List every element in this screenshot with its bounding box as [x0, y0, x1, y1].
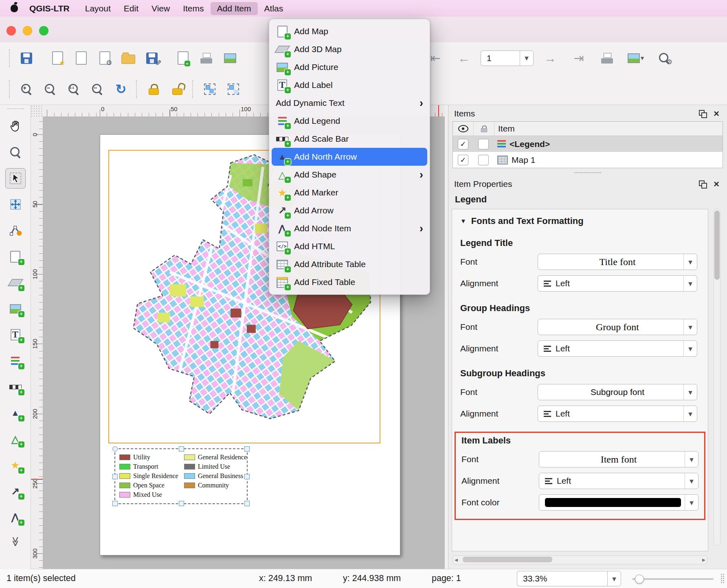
chevron-down-icon[interactable]	[520, 50, 534, 66]
zoom-slider-thumb[interactable]	[635, 575, 644, 584]
menu-item[interactable]: Add 3D Map	[269, 40, 430, 58]
add-scale-bar-tool[interactable]	[5, 377, 26, 397]
chevron-down-icon[interactable]	[683, 384, 697, 400]
group-items-button[interactable]	[198, 77, 222, 101]
chevron-down-icon[interactable]	[683, 406, 697, 421]
layout-manager-button[interactable]	[93, 46, 116, 70]
item-font-dropdown[interactable]: Item font	[539, 451, 698, 467]
atlas-page-combo[interactable]: 1	[481, 50, 534, 66]
minimize-window-button[interactable]	[23, 26, 32, 35]
chevron-down-icon[interactable]	[683, 276, 697, 291]
collapse-triangle-icon[interactable]	[460, 217, 466, 225]
item-alignment-dropdown[interactable]: Left	[539, 473, 698, 489]
add-3d-map-tool[interactable]	[5, 272, 26, 293]
ungroup-items-button[interactable]	[222, 77, 245, 101]
menubar-item[interactable]: Items	[176, 2, 210, 15]
menu-item[interactable]: Add Map	[269, 22, 430, 40]
toolbar-grip[interactable]	[136, 80, 138, 98]
pan-tool[interactable]	[5, 116, 26, 136]
group-alignment-dropdown[interactable]: Left	[538, 340, 697, 357]
menu-item[interactable]: Add Dynamic Text	[269, 94, 430, 112]
selection-handle[interactable]	[112, 474, 118, 479]
chevron-down-icon[interactable]	[685, 452, 698, 467]
chevron-down-icon[interactable]	[607, 571, 621, 586]
atlas-prev-button[interactable]	[452, 46, 476, 70]
selection-handle[interactable]	[244, 474, 250, 479]
selection-handle[interactable]	[244, 446, 250, 452]
lock-items-button[interactable]	[142, 77, 165, 101]
lock-checkbox[interactable]	[478, 155, 489, 165]
select-move-item-tool[interactable]	[5, 168, 26, 189]
print-layout-button[interactable]	[195, 46, 218, 70]
selection-handle[interactable]	[112, 501, 118, 506]
group-font-dropdown[interactable]: Group font	[538, 319, 697, 335]
add-picture-tool[interactable]	[5, 298, 26, 319]
add-legend-tool[interactable]	[5, 351, 26, 371]
zoom-actual-button[interactable]: 1:1	[62, 77, 86, 101]
menubar-item[interactable]: Edit	[117, 2, 145, 15]
toolbar-grip[interactable]	[9, 49, 11, 67]
open-template-button[interactable]	[116, 46, 140, 70]
duplicate-layout-button[interactable]	[69, 46, 93, 70]
font-color-dropdown[interactable]	[539, 494, 698, 511]
legend-item[interactable]: Utility Transport Single Residence Open …	[114, 448, 248, 504]
zoom-slider[interactable]	[632, 578, 714, 580]
toolbar-grip[interactable]	[7, 108, 24, 111]
menu-item[interactable]: Add HTML	[269, 237, 430, 255]
panel-splitter[interactable]	[574, 172, 601, 175]
subgroup-alignment-dropdown[interactable]: Left	[538, 406, 697, 422]
selection-handle[interactable]	[179, 501, 184, 506]
menu-item[interactable]: Add Legend	[269, 112, 430, 130]
vertical-scrollbar[interactable]	[714, 208, 720, 546]
zoom-full-button[interactable]: ▭	[86, 77, 109, 101]
new-layout-button[interactable]	[46, 46, 69, 70]
menu-item[interactable]: Add Attribute Table	[269, 255, 430, 273]
zoom-level-value[interactable]: 33.3%	[517, 571, 607, 586]
selection-handle[interactable]	[179, 446, 184, 452]
close-window-button[interactable]	[7, 26, 16, 35]
horizontal-scrollbar[interactable]	[452, 555, 707, 564]
scrollbar-thumb[interactable]	[463, 557, 552, 562]
menu-item[interactable]: Add Fixed Table	[269, 273, 430, 291]
title-font-dropdown[interactable]: Title font	[538, 254, 697, 270]
chevron-down-icon[interactable]	[683, 254, 697, 270]
add-map-tool[interactable]	[5, 246, 26, 267]
add-marker-tool[interactable]	[5, 455, 26, 475]
menu-item[interactable]: Add Picture	[269, 58, 430, 76]
refresh-button[interactable]	[109, 77, 133, 101]
add-node-item-tool[interactable]	[5, 507, 26, 527]
atlas-next-button[interactable]	[538, 46, 562, 70]
print-atlas-button[interactable]	[595, 46, 619, 70]
menubar-item[interactable]: View	[145, 2, 176, 15]
title-alignment-dropdown[interactable]: Left	[538, 275, 697, 292]
lock-checkbox[interactable]	[478, 139, 489, 149]
chevron-down-icon[interactable]	[685, 473, 698, 489]
subgroup-font-dropdown[interactable]: Subgroup font	[538, 384, 697, 400]
zoom-tool[interactable]	[5, 142, 26, 162]
menubar-item[interactable]: Atlas	[258, 2, 290, 15]
zoom-level-combo[interactable]: 33.3%	[517, 571, 621, 586]
float-panel-button[interactable]	[698, 109, 707, 118]
add-north-arrow-tool[interactable]	[5, 403, 26, 423]
float-panel-button[interactable]	[698, 179, 707, 189]
chevron-down-icon[interactable]	[685, 495, 698, 510]
selection-handle[interactable]	[112, 446, 118, 452]
menubar-item[interactable]: Layout	[79, 2, 117, 15]
add-label-tool[interactable]	[5, 325, 26, 345]
items-row-map[interactable]: Map 1	[453, 152, 723, 168]
atlas-page-field[interactable]: 1	[481, 50, 520, 66]
add-shape-tool[interactable]	[5, 429, 26, 449]
menu-item[interactable]: Add Shape	[269, 166, 430, 184]
close-panel-button[interactable]	[712, 179, 721, 189]
close-panel-button[interactable]	[712, 109, 721, 118]
menu-item[interactable]: Add Node Item	[269, 219, 430, 237]
visibility-checkbox[interactable]	[458, 155, 468, 165]
menu-item[interactable]: Add Marker	[269, 184, 430, 202]
save-as-template-button[interactable]	[140, 46, 164, 70]
more-tools-chevron-icon[interactable]: ≫	[10, 536, 21, 546]
fullscreen-window-button[interactable]	[39, 26, 48, 35]
atlas-last-button[interactable]	[567, 46, 591, 70]
export-as-image-button[interactable]	[218, 46, 242, 70]
move-item-content-tool[interactable]	[5, 194, 26, 215]
fonts-section-header[interactable]: Fonts and Text Formatting	[460, 216, 700, 226]
